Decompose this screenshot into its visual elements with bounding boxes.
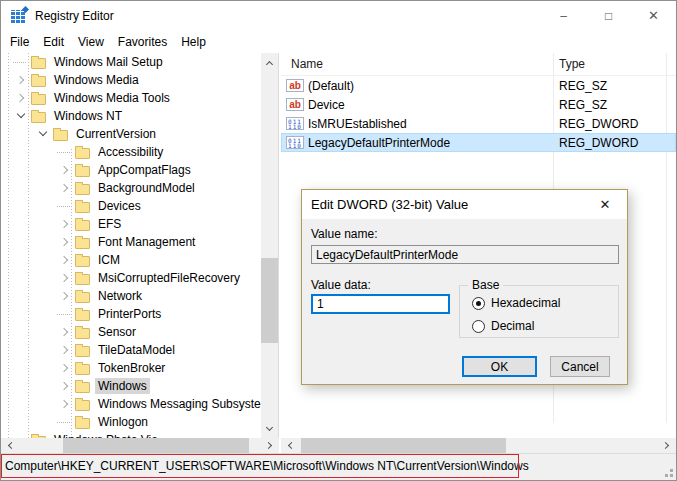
value-type: REG_SZ	[559, 98, 607, 112]
tree-item-label: ICM	[95, 252, 123, 268]
tree-item[interactable]: Windows Photo Vie	[1, 431, 262, 438]
dialog-close-icon[interactable]: ✕	[583, 190, 627, 219]
radio-button-icon[interactable]	[472, 320, 485, 333]
tree-item[interactable]: EFS	[1, 215, 262, 233]
tree-item[interactable]: ICM	[1, 251, 262, 269]
tree-item[interactable]: Windows Media Tools	[1, 89, 262, 107]
folder-icon	[75, 256, 90, 267]
resize-grip[interactable]	[670, 474, 673, 477]
tree-hscroll-thumb[interactable]	[63, 438, 249, 453]
chevron-expanded-icon[interactable]	[37, 128, 49, 140]
value-data-label: Value data:	[311, 278, 371, 292]
tree-item[interactable]: Windows Messaging Subsyster	[1, 395, 262, 413]
folder-icon	[75, 328, 90, 339]
tree-item[interactable]: PrinterPorts	[1, 305, 262, 323]
scroll-down-icon[interactable]	[262, 421, 277, 436]
tree-item[interactable]: AppCompatFlags	[1, 161, 262, 179]
radio-decimal[interactable]: Decimal	[472, 319, 534, 333]
menu-help[interactable]: Help	[174, 32, 213, 52]
menu-favorites[interactable]: Favorites	[111, 32, 174, 52]
radio-button-icon[interactable]	[472, 297, 485, 310]
value-data-field[interactable]	[311, 294, 450, 314]
tree-vertical-scrollbar[interactable]	[261, 53, 278, 438]
tree-item-label: Windows NT	[51, 108, 125, 124]
leaf-connector	[59, 146, 71, 158]
tree-item[interactable]: Windows Mail Setup	[1, 53, 262, 71]
chevron-collapsed-icon[interactable]	[59, 236, 71, 248]
chevron-collapsed-icon[interactable]	[59, 254, 71, 266]
tree-item[interactable]: Windows	[1, 377, 262, 395]
tree-item[interactable]: CurrentVersion	[1, 125, 262, 143]
chevron-collapsed-icon[interactable]	[59, 344, 71, 356]
tree-item[interactable]: Network	[1, 287, 262, 305]
chevron-collapsed-icon[interactable]	[59, 398, 71, 410]
close-button[interactable]: ✕	[631, 1, 676, 30]
chevron-collapsed-icon[interactable]	[15, 74, 27, 86]
tree-item-label: Devices	[95, 198, 144, 214]
value-name: (Default)	[308, 79, 354, 93]
chevron-collapsed-icon[interactable]	[59, 362, 71, 374]
cancel-button[interactable]: Cancel	[550, 356, 610, 377]
chevron-collapsed-icon[interactable]	[59, 218, 71, 230]
dword-value-icon: 011110	[286, 136, 304, 149]
chevron-collapsed-icon[interactable]	[59, 380, 71, 392]
folder-icon	[75, 382, 90, 393]
folder-icon	[75, 220, 90, 231]
tree-item[interactable]: Accessibility	[1, 143, 262, 161]
window-controls: – □ ✕	[541, 1, 676, 30]
tree-item[interactable]: Sensor	[1, 323, 262, 341]
folder-icon	[75, 274, 90, 285]
column-header-name[interactable]: Name	[281, 57, 323, 71]
tree-horizontal-scrollbar[interactable]	[1, 438, 279, 453]
tree-item[interactable]: Devices	[1, 197, 262, 215]
chevron-collapsed-icon[interactable]	[15, 92, 27, 104]
leaf-connector	[59, 200, 71, 212]
scroll-up-icon[interactable]	[262, 55, 277, 70]
value-row[interactable]: 011110IsMRUEstablishedREG_DWORD	[281, 114, 676, 133]
tree-item[interactable]: TileDataModel	[1, 341, 262, 359]
list-hscroll-thumb[interactable]	[301, 438, 506, 453]
chevron-collapsed-icon[interactable]	[59, 164, 71, 176]
ok-button[interactable]: OK	[462, 356, 537, 377]
value-row[interactable]: abDeviceREG_SZ	[281, 95, 676, 114]
menu-file[interactable]: File	[3, 32, 36, 52]
menu-view[interactable]: View	[71, 32, 111, 52]
tree-item-label: Network	[95, 288, 145, 304]
scroll-right-icon[interactable]	[659, 438, 674, 453]
scroll-left-icon[interactable]	[3, 438, 18, 453]
tree-item-label: Windows Messaging Subsyster	[95, 396, 262, 412]
scroll-right-icon[interactable]	[262, 438, 277, 453]
list-horizontal-scrollbar[interactable]	[281, 438, 676, 453]
chevron-expanded-icon[interactable]	[15, 110, 27, 122]
tree-item[interactable]: TokenBroker	[1, 359, 262, 377]
scroll-left-icon[interactable]	[283, 438, 298, 453]
radio-hexadecimal[interactable]: Hexadecimal	[472, 296, 560, 310]
tree-item[interactable]: BackgroundModel	[1, 179, 262, 197]
menu-edit[interactable]: Edit	[36, 32, 71, 52]
tree-item-label: Font Management	[95, 234, 198, 250]
chevron-collapsed-icon[interactable]	[59, 272, 71, 284]
value-row[interactable]: ab(Default)REG_SZ	[281, 76, 676, 95]
tree-item[interactable]: Windows Media	[1, 71, 262, 89]
minimize-button[interactable]: –	[541, 1, 586, 30]
chevron-collapsed-icon[interactable]	[59, 326, 71, 338]
tree-item[interactable]: MsiCorruptedFileRecovery	[1, 269, 262, 287]
tree-item[interactable]: Winlogon	[1, 413, 262, 431]
status-bar: Computer\HKEY_CURRENT_USER\SOFTWARE\Micr…	[1, 453, 676, 480]
tree-item-label: Sensor	[95, 324, 139, 340]
value-row[interactable]: 011110LegacyDefaultPrinterModeREG_DWORD	[281, 133, 676, 152]
tree-item-label: AppCompatFlags	[95, 162, 194, 178]
chevron-collapsed-icon[interactable]	[59, 182, 71, 194]
radio-decimal-label: Decimal	[491, 319, 534, 333]
maximize-button[interactable]: □	[586, 1, 631, 30]
dword-value-icon: 011110	[286, 117, 304, 130]
registry-editor-window: Registry Editor – □ ✕ File Edit View Fav…	[0, 0, 677, 481]
column-header-type[interactable]: Type	[559, 57, 585, 71]
value-name-field[interactable]	[311, 245, 619, 264]
tree-item[interactable]: Font Management	[1, 233, 262, 251]
tree-item-label: CurrentVersion	[73, 126, 159, 142]
tree-vscroll-thumb[interactable]	[261, 258, 278, 343]
chevron-collapsed-icon[interactable]	[59, 290, 71, 302]
folder-icon	[75, 346, 90, 357]
tree-item[interactable]: Windows NT	[1, 107, 262, 125]
